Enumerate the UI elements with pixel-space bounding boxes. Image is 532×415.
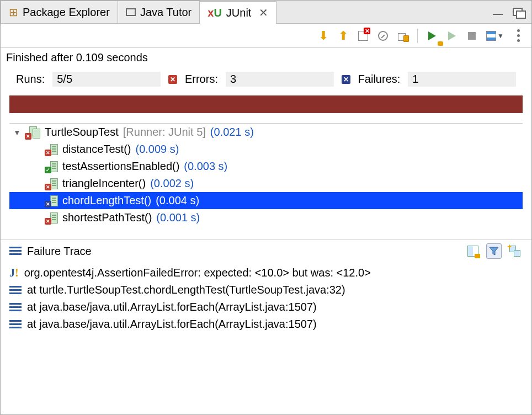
stop-icon xyxy=(468,32,476,40)
test-name: testAssertionsEnabled() xyxy=(62,160,179,173)
junit-toolbar: ⬇ ⬆ ▼ xyxy=(1,24,531,48)
test-row[interactable]: ✓testAssertionsEnabled()(0.003 s) xyxy=(9,158,523,175)
package-explorer-icon: ⊞ xyxy=(9,6,18,19)
stack-lines-icon xyxy=(9,247,22,256)
test-name: distanceTest() xyxy=(62,143,131,156)
tab-package-explorer[interactable]: ⊞ Package Explorer xyxy=(1,1,118,23)
test-row[interactable]: ✕triangleIncenter()(0.002 s) xyxy=(9,175,523,192)
history-icon xyxy=(486,31,496,41)
test-row[interactable]: ✕shortestPathTest()(0.001 s) xyxy=(9,209,523,226)
stack-text: org.opentest4j.AssertionFailedError: exp… xyxy=(24,267,371,279)
errors-label: Errors: xyxy=(185,73,218,86)
junit-icon: xU xyxy=(208,7,222,19)
test-time: (0.002 s) xyxy=(150,177,194,190)
frames-icon xyxy=(509,246,520,257)
scroll-lock-icon xyxy=(378,31,388,41)
test-time: (0.003 s) xyxy=(184,160,227,173)
failure-trace-header: Failure Trace xyxy=(1,240,531,262)
tab-label: Java Tutor xyxy=(140,6,191,19)
svg-marker-0 xyxy=(490,247,498,255)
test-name: shortestPathTest() xyxy=(62,211,152,224)
failure-trace-body: J!org.opentest4j.AssertionFailedError: e… xyxy=(1,262,531,349)
test-history-button[interactable]: ▼ xyxy=(484,28,506,44)
test-result-icon: ✕ xyxy=(46,195,58,206)
stack-text: at java.base/java.util.ArrayList.forEach… xyxy=(27,301,317,313)
rerun-failed-button[interactable] xyxy=(444,28,460,44)
stack-text: at turtle.TurtleSoupTest.chordLengthTest… xyxy=(27,284,345,296)
failures-label: Failures: xyxy=(358,73,401,86)
test-result-icon: ✓ xyxy=(46,161,58,172)
test-name: triangleIncenter() xyxy=(62,177,146,190)
next-failure-button[interactable]: ⬇ xyxy=(316,28,331,44)
runs-value: 5/5 xyxy=(52,72,161,87)
maximize-view-icon[interactable] xyxy=(513,8,524,17)
show-failures-only-button[interactable] xyxy=(355,28,371,44)
lock-icon xyxy=(398,31,408,41)
rerun-test-button[interactable] xyxy=(424,28,440,44)
tab-label: JUnit xyxy=(226,7,252,19)
finished-status: Finished after 0.109 seconds xyxy=(1,48,531,70)
suite-name: TurtleSoupTest xyxy=(45,126,119,139)
test-time: (0.001 s) xyxy=(156,211,200,224)
test-time: (0.009 s) xyxy=(136,143,179,156)
window-icon xyxy=(126,8,136,16)
errors-value: 3 xyxy=(226,72,334,87)
stack-text: at java.base/java.util.ArrayList.forEach… xyxy=(27,318,317,331)
disclosure-triangle-icon[interactable]: ▼ xyxy=(13,128,22,137)
failure-trace-title: Failure Trace xyxy=(27,245,92,258)
exception-icon: J! xyxy=(9,267,19,279)
stop-button[interactable] xyxy=(464,28,480,44)
suite-runner: [Runner: JUnit 5] xyxy=(123,126,206,139)
test-suite-row[interactable]: ▼ ✕ TurtleSoupTest [Runner: JUnit 5] (0.… xyxy=(9,124,523,141)
kebab-icon xyxy=(517,29,520,42)
test-result-icon: ✕ xyxy=(46,144,58,155)
tab-java-tutor[interactable]: Java Tutor xyxy=(118,1,200,23)
lock-results-button[interactable] xyxy=(395,28,411,44)
arrow-down-icon: ⬇ xyxy=(318,30,328,42)
error-badge-icon: ✕ xyxy=(168,75,177,84)
failure-badge-icon: ✕ xyxy=(342,75,350,84)
failures-only-icon xyxy=(358,31,368,41)
view-tabbar: ⊞ Package Explorer Java Tutor xU JUnit ✕ xyxy=(1,1,531,24)
view-window-controls xyxy=(493,1,531,23)
compare-results-button[interactable] xyxy=(465,243,481,259)
stack-line[interactable]: at java.base/java.util.ArrayList.forEach… xyxy=(9,299,523,316)
stack-frame-icon xyxy=(9,303,22,312)
runs-label: Runs: xyxy=(16,73,45,86)
result-bar xyxy=(9,95,523,113)
test-row[interactable]: ✕chordLengthTest()(0.004 s) xyxy=(9,192,523,209)
scroll-lock-button[interactable] xyxy=(375,28,391,44)
toolbar-separator xyxy=(417,29,418,43)
test-result-icon: ✕ xyxy=(46,212,58,224)
suite-time: (0.021 s) xyxy=(210,126,254,139)
previous-failure-button[interactable]: ⬆ xyxy=(336,28,351,44)
view-menu-button[interactable] xyxy=(510,28,526,44)
minimize-view-icon[interactable] xyxy=(493,14,503,16)
tab-junit[interactable]: xU JUnit ✕ xyxy=(199,1,276,24)
test-suite-icon: ✕ xyxy=(26,126,40,139)
stack-frame-icon xyxy=(9,320,22,329)
tab-label: Package Explorer xyxy=(23,6,110,19)
test-name: chordLengthTest() xyxy=(62,194,151,207)
test-row[interactable]: ✕distanceTest()(0.009 s) xyxy=(9,141,523,158)
filter-icon xyxy=(489,246,499,256)
compare-icon xyxy=(467,246,478,257)
chevron-down-icon: ▼ xyxy=(497,32,504,40)
stack-line[interactable]: at turtle.TurtleSoupTest.chordLengthTest… xyxy=(9,281,523,299)
play-dim-icon xyxy=(448,31,456,40)
filter-stack-button[interactable] xyxy=(486,243,502,259)
failures-value: 1 xyxy=(408,72,516,87)
test-time: (0.004 s) xyxy=(156,194,199,207)
stack-line[interactable]: at java.base/java.util.ArrayList.forEach… xyxy=(9,316,523,333)
show-stack-frames-button[interactable] xyxy=(507,243,523,259)
test-result-icon: ✕ xyxy=(46,178,58,189)
test-tree: ▼ ✕ TurtleSoupTest [Runner: JUnit 5] (0.… xyxy=(9,123,523,235)
summary-counts: Runs: 5/5 ✕ Errors: 3 ✕ Failures: 1 xyxy=(1,70,531,92)
stack-frame-icon xyxy=(9,286,22,295)
stack-line[interactable]: J!org.opentest4j.AssertionFailedError: e… xyxy=(9,264,523,281)
play-icon xyxy=(428,31,436,40)
arrow-up-icon: ⬆ xyxy=(338,30,348,42)
close-tab-icon[interactable]: ✕ xyxy=(259,6,268,19)
